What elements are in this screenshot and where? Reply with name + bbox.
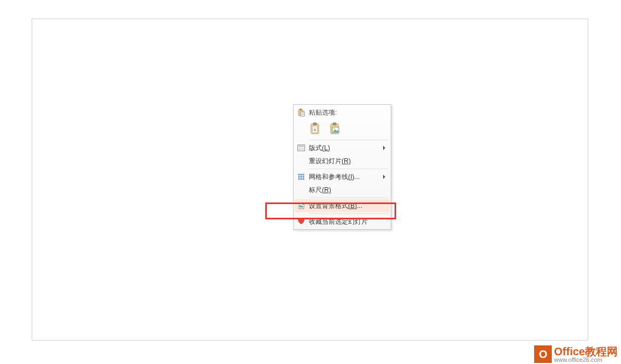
format-background-label: 设置背景格式(B)... bbox=[309, 201, 362, 211]
svg-rect-1 bbox=[300, 109, 302, 110]
svg-point-14 bbox=[333, 128, 335, 130]
watermark-title: Office教程网 bbox=[554, 346, 618, 357]
watermark-logo-letter: O bbox=[539, 348, 548, 361]
svg-rect-2 bbox=[301, 111, 304, 116]
svg-rect-7 bbox=[313, 123, 317, 125]
reset-slide-label: 重设幻灯片(R) bbox=[309, 157, 351, 166]
svg-rect-12 bbox=[333, 123, 336, 125]
paste-options-row: a bbox=[295, 119, 390, 139]
context-menu: 粘贴选项: a bbox=[293, 104, 391, 230]
svg-rect-16 bbox=[298, 146, 304, 147]
favorite-slide-label: 收藏当前选定幻灯片 bbox=[309, 217, 368, 226]
paste-icon bbox=[297, 108, 306, 117]
heart-icon bbox=[297, 217, 306, 226]
watermark-logo-icon: O bbox=[534, 345, 552, 363]
menu-separator bbox=[309, 140, 389, 140]
paste-as-picture-button[interactable] bbox=[329, 122, 343, 136]
clipboard-picture-icon bbox=[330, 122, 342, 135]
grid-guides-menu-item[interactable]: 网格和参考线(I)... bbox=[295, 170, 390, 183]
watermark: O Office教程网 www.office26.com bbox=[534, 345, 618, 363]
format-background-icon bbox=[297, 201, 306, 210]
watermark-url: www.office26.com bbox=[554, 357, 618, 363]
submenu-arrow-icon bbox=[383, 146, 385, 150]
ruler-menu-item[interactable]: 标尺(R) bbox=[295, 183, 390, 196]
favorite-slide-menu-item[interactable]: 收藏当前选定幻灯片 bbox=[295, 215, 390, 228]
paste-options-header: 粘贴选项: bbox=[295, 106, 390, 119]
format-background-menu-item[interactable]: 设置背景格式(B)... bbox=[295, 199, 390, 212]
svg-rect-17 bbox=[298, 148, 301, 151]
menu-separator bbox=[309, 198, 389, 198]
layout-label: 版式(L) bbox=[309, 144, 330, 153]
submenu-arrow-icon bbox=[383, 175, 385, 179]
paste-keep-formatting-button[interactable]: a bbox=[309, 122, 323, 136]
svg-text:a: a bbox=[314, 128, 316, 132]
paste-options-label: 粘贴选项: bbox=[309, 108, 337, 117]
grid-icon bbox=[297, 172, 306, 181]
menu-separator bbox=[309, 169, 389, 169]
svg-point-26 bbox=[301, 206, 303, 207]
menu-separator bbox=[309, 213, 389, 214]
layout-icon bbox=[297, 144, 306, 152]
svg-rect-18 bbox=[302, 148, 304, 151]
layout-menu-item[interactable]: 版式(L) bbox=[295, 141, 390, 154]
reset-slide-menu-item[interactable]: 重设幻灯片(R) bbox=[295, 154, 390, 168]
ruler-label: 标尺(R) bbox=[309, 186, 331, 195]
grid-guides-label: 网格和参考线(I)... bbox=[309, 172, 360, 182]
clipboard-text-icon: a bbox=[310, 122, 322, 135]
